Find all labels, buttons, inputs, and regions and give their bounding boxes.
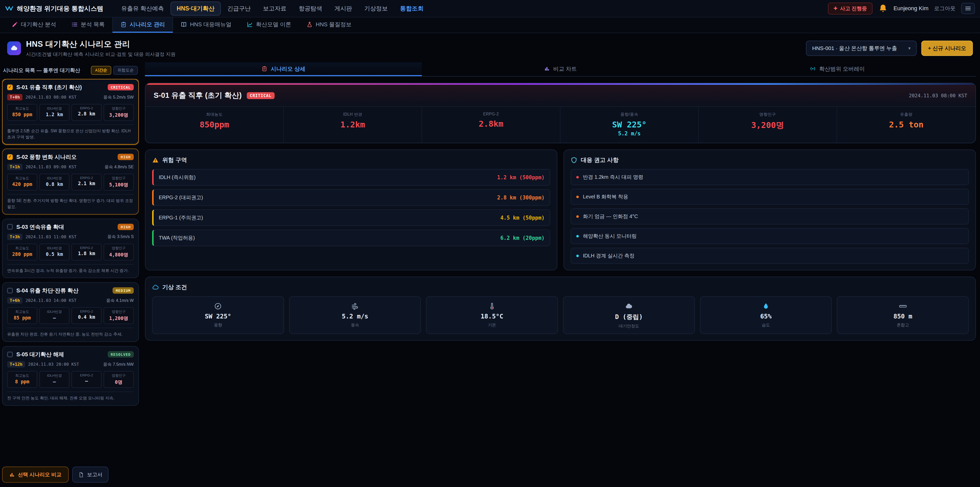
warning-icon xyxy=(152,157,159,163)
metric-value: 85 ppm xyxy=(9,315,36,321)
tab-diffusion-model-theory[interactable]: 확산모델 이론 xyxy=(239,18,299,33)
scenario-card[interactable]: S-02 풍향 변화 시나리오 HIGH T+1h 2024.11.03 09:… xyxy=(2,148,139,214)
tab-analysis-list[interactable]: 분석 목록 xyxy=(64,18,112,33)
bullet-dot-icon xyxy=(576,196,579,198)
scenario-card[interactable]: S-04 유출 차단·잔류 확산 MEDIUM T+6h 2024.11.03 … xyxy=(2,282,139,342)
tab-compare-chart[interactable]: 비교 차트 xyxy=(422,62,699,76)
time-offset-badge: T+3h xyxy=(7,234,22,240)
scenario-card[interactable]: S-05 대기확산 해제 RESOLVED T+12h 2024.11.03 2… xyxy=(2,346,139,406)
logout-button[interactable]: 로그아웃 xyxy=(934,5,956,12)
scenario-checkbox[interactable] xyxy=(7,154,13,160)
recommendations-panel-header: 대응 권고 사항 xyxy=(571,156,969,164)
line-chart-icon xyxy=(247,21,253,27)
weather-card-mixing-height: 850 m 혼합고 xyxy=(837,296,969,334)
nav-weather-info[interactable]: 기상정보 xyxy=(359,2,393,15)
scenario-metrics: 최고농도 850 ppm IDLH반경 1.2 km ERPG-2 2.8 km xyxy=(7,104,134,121)
metric-max-concentration: 최고농도 8 ppm xyxy=(7,371,37,388)
tab-scenario-management[interactable]: 시나리오 관리 xyxy=(112,18,173,33)
nav-board[interactable]: 게시판 xyxy=(329,2,358,15)
metric-value: 1.2km xyxy=(287,120,418,129)
scenario-checkbox[interactable] xyxy=(7,352,13,357)
menu-button[interactable] xyxy=(961,3,975,14)
metric-value: 3,200명 xyxy=(702,120,834,131)
nav-reports[interactable]: 보고자료 xyxy=(258,2,292,15)
nav-emergency-rescue[interactable]: 긴급구난 xyxy=(222,2,256,15)
bar-chart-icon xyxy=(544,66,550,72)
nav-integrated-search[interactable]: 통합조회 xyxy=(395,2,429,15)
metric-value: 5,100명 xyxy=(105,182,132,188)
metric-label: IDLH반경 xyxy=(41,106,68,111)
scenario-checkbox[interactable] xyxy=(7,224,13,230)
metric-label: 영향인구 xyxy=(105,176,132,180)
incident-select-value: HNS-001 · 울산 온산항 톨루엔 누출 xyxy=(812,45,897,52)
metric-label: ERPG-2 xyxy=(73,246,100,250)
scenario-datetime: 2024.11.03 09:00 KST xyxy=(25,164,76,169)
weather-label: 기온 xyxy=(488,323,496,328)
hazard-zone-row: IDLH (즉시위험) 1.2 km (500ppm) xyxy=(152,169,550,186)
compare-scenarios-button[interactable]: 선택 시나리오 비교 xyxy=(2,466,68,483)
scenario-card[interactable]: S-03 연속유출 확대 HIGH T+3h 2024.11.03 11:00 … xyxy=(2,219,139,278)
tab-diffusion-overlay[interactable]: 확산범위 오버레이 xyxy=(699,62,976,76)
scenario-card-header: S-01 유출 직후 (초기 확산) CRITICAL xyxy=(7,83,134,91)
hamburger-icon xyxy=(964,5,972,12)
metric-value: 2.8 km xyxy=(73,111,100,117)
metric-value: 1.2 km xyxy=(41,112,68,117)
new-scenario-button[interactable]: + 신규 시나리오 xyxy=(921,41,973,56)
metric-subvalue: 5.2 m/s xyxy=(563,131,695,137)
recommendation-row: 해양확산 동시 모니터링 xyxy=(571,228,969,244)
incident-select[interactable]: HNS-001 · 울산 온산항 톨루엔 누출 ▾ xyxy=(806,41,917,56)
scenario-card-header: S-03 연속유출 확대 HIGH xyxy=(7,223,134,231)
metric-label: 영향인구 xyxy=(105,106,132,111)
app-logo[interactable]: 해양환경 위기대응 통합시스템 xyxy=(5,4,103,13)
metric-value: 8 ppm xyxy=(9,379,36,384)
metric-value: 850ppm xyxy=(148,120,280,129)
tab-scenario-detail[interactable]: 시나리오 상세 xyxy=(145,62,422,76)
nav-aerial-search[interactable]: 항공탐색 xyxy=(293,2,328,15)
nav-hns-diffusion[interactable]: HNS·대기확산 xyxy=(170,2,221,16)
weather-panel-header: 기상 조건 xyxy=(152,283,969,291)
list-icon xyxy=(72,21,78,27)
scenario-title: S-02 풍향 변화 시나리오 xyxy=(16,153,114,161)
scenario-card[interactable]: S-01 유출 직후 (초기 확산) CRITICAL T+0h 2024.11… xyxy=(2,79,139,145)
scenario-checkbox[interactable] xyxy=(7,85,13,90)
recommendation-row: 반경 1.2km 즉시 대피 명령 xyxy=(571,169,969,185)
scenario-checkbox[interactable] xyxy=(7,288,13,294)
metric-label: 유출량 xyxy=(840,112,972,117)
page-title: HNS 대기확산 시나리오 관리 xyxy=(26,39,176,49)
metric-label: 영향인구 xyxy=(105,246,132,251)
nav-oil-spill-prediction[interactable]: 유출유 확산예측 xyxy=(116,2,169,15)
zone-value: 4.5 km (50ppm) xyxy=(500,215,545,221)
scenario-sidebar: 시나리오 목록 — 톨루엔 대기확산 시간순 위험도순 S-01 유출 직후 (… xyxy=(2,62,139,487)
metric-value: 0.5 km xyxy=(41,252,68,257)
scenario-meta: T+12h 2024.11.03 20:00 KST 풍속 7.5m/s NW xyxy=(7,361,134,367)
recommendation-text: 해양확산 동시 모니터링 xyxy=(583,233,637,240)
tab-diffusion-analysis[interactable]: 대기확산 분석 xyxy=(4,18,64,33)
tab-hns-substance-info[interactable]: HNS 물질정보 xyxy=(299,18,360,33)
scenario-meta: T+3h 2024.11.03 11:00 KST 풍속 3.5m/s S xyxy=(7,234,134,240)
metric-max-concentration: 최고농도 850 ppm xyxy=(7,104,37,121)
report-button[interactable]: 보고서 xyxy=(72,466,108,483)
severity-badge: MEDIUM xyxy=(113,287,134,294)
bullet-dot-icon xyxy=(576,235,579,238)
zone-name: ERPG-1 (주의권고) xyxy=(159,214,203,221)
scenario-card-header: S-05 대기확산 해제 RESOLVED xyxy=(7,351,134,358)
time-offset-badge: T+1h xyxy=(7,164,22,170)
sort-by-risk[interactable]: 위험도순 xyxy=(113,66,138,75)
bullet-dot-icon xyxy=(576,176,579,179)
scenario-title: S-05 대기확산 해제 xyxy=(16,351,104,358)
incident-status-badge[interactable]: ✚ 사고 진행중 xyxy=(828,3,873,14)
metric-idlh-radius: IDLH반경 — xyxy=(39,371,69,388)
user-name: Eunjeong Kim xyxy=(894,5,928,12)
metric-value: 280 ppm xyxy=(9,252,36,257)
metric-affected-population: 영향인구 3,200명 xyxy=(699,107,837,143)
tab-hns-manual[interactable]: HNS 대응매뉴얼 xyxy=(173,18,239,33)
metric-erpg2: ERPG-2 — xyxy=(72,371,102,388)
main-tabs: 시나리오 상세 비교 차트 확산범위 오버레이 xyxy=(145,62,976,77)
metric-value: 2.1 km xyxy=(73,181,100,186)
weather-card-stability: D (중립) 대기안정도 xyxy=(563,296,695,334)
notifications-button[interactable] xyxy=(878,3,888,13)
metric-label: ERPG-2 xyxy=(73,106,100,110)
content: 시나리오 목록 — 톨루엔 대기확산 시간순 위험도순 S-01 유출 직후 (… xyxy=(0,62,980,487)
metric-label: 최고농도 xyxy=(9,246,36,251)
sort-by-time[interactable]: 시간순 xyxy=(91,66,111,75)
